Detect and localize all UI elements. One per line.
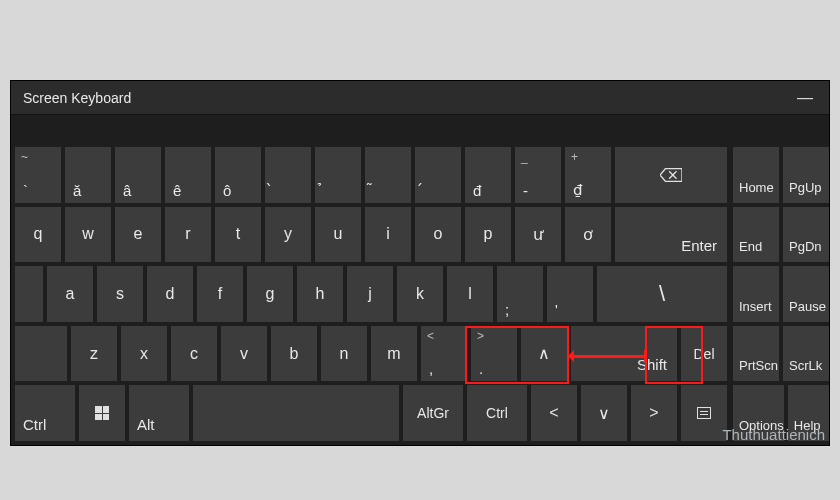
key-caps[interactable]	[15, 266, 43, 322]
key-right-arrow[interactable]: >	[631, 385, 677, 441]
key-altgr[interactable]: AltGr	[403, 385, 463, 441]
key-o-circ[interactable]: ô	[215, 147, 261, 203]
key-backslash[interactable]: \	[597, 266, 727, 322]
key-pause[interactable]: Pause	[783, 266, 829, 322]
key-quote[interactable]: '	[547, 266, 593, 322]
key-pgdn[interactable]: PgDn	[783, 207, 829, 263]
key-u-horn[interactable]: ư	[515, 207, 561, 263]
key-insert[interactable]: Insert	[733, 266, 779, 322]
key-b[interactable]: b	[271, 326, 317, 382]
key-v[interactable]: v	[221, 326, 267, 382]
key-left-arrow[interactable]: <	[531, 385, 577, 441]
osk-window: Screen Keyboard — ~` ă â ê ô ̀ ̉ ̃ ́ đ _…	[10, 80, 830, 446]
key-a-circ[interactable]: â	[115, 147, 161, 203]
key-c[interactable]: c	[171, 326, 217, 382]
key-d[interactable]: d	[147, 266, 193, 322]
key-enter[interactable]: Enter	[615, 207, 727, 263]
key-r[interactable]: r	[165, 207, 211, 263]
key-up-arrow[interactable]: ∧	[521, 326, 567, 382]
key-a-breve[interactable]: ă	[65, 147, 111, 203]
minimize-button[interactable]: —	[793, 86, 817, 110]
key-dstroke[interactable]: đ	[465, 147, 511, 203]
key-home[interactable]: Home	[733, 147, 779, 203]
key-scrlk[interactable]: ScrLk	[783, 326, 829, 382]
key-a[interactable]: a	[47, 266, 93, 322]
key-l[interactable]: l	[447, 266, 493, 322]
key-period[interactable]: >.	[471, 326, 517, 382]
key-alt[interactable]: Alt	[129, 385, 189, 441]
key-comma[interactable]: <,	[421, 326, 467, 382]
key-tilde[interactable]: ̃	[365, 147, 411, 203]
key-prtscn[interactable]: PrtScn	[733, 326, 779, 382]
key-win[interactable]	[79, 385, 125, 441]
key-i[interactable]: i	[365, 207, 411, 263]
key-w[interactable]: w	[65, 207, 111, 263]
nav-key-grid: HomePgUp EndPgDn InsertPause PrtScnScrLk…	[733, 147, 829, 441]
key-t[interactable]: t	[215, 207, 261, 263]
key-s[interactable]: s	[97, 266, 143, 322]
key-u[interactable]: u	[315, 207, 361, 263]
row-1: q w e r t y u i o p ư ơ Enter	[15, 207, 727, 263]
backspace-icon	[660, 168, 682, 182]
key-e-circ[interactable]: ê	[165, 147, 211, 203]
window-title: Screen Keyboard	[23, 90, 131, 106]
key-n[interactable]: n	[321, 326, 367, 382]
key-backtick[interactable]: ~`	[15, 147, 61, 203]
key-g[interactable]: g	[247, 266, 293, 322]
key-space[interactable]	[193, 385, 399, 441]
windows-icon	[95, 406, 109, 420]
key-semicolon[interactable]: ;	[497, 266, 543, 322]
key-q[interactable]: q	[15, 207, 61, 263]
key-h[interactable]: h	[297, 266, 343, 322]
key-minus[interactable]: _-	[515, 147, 561, 203]
key-pgup[interactable]: PgUp	[783, 147, 829, 203]
key-z[interactable]: z	[71, 326, 117, 382]
key-down-arrow[interactable]: ∨	[581, 385, 627, 441]
key-del[interactable]: Del	[681, 326, 727, 382]
key-e[interactable]: e	[115, 207, 161, 263]
key-hook[interactable]: ̉	[315, 147, 361, 203]
watermark: Thuthuattienich	[722, 426, 825, 443]
key-menu[interactable]	[681, 385, 727, 441]
keyboard-area: ~` ă â ê ô ̀ ̉ ̃ ́ đ _- +₫ q w e	[11, 141, 829, 445]
key-p[interactable]: p	[465, 207, 511, 263]
arrow-shift-to-brackets	[569, 355, 645, 358]
titlebar: Screen Keyboard —	[11, 81, 829, 115]
key-ctrl-right[interactable]: Ctrl	[467, 385, 527, 441]
main-key-grid: ~` ă â ê ô ̀ ̉ ̃ ́ đ _- +₫ q w e	[15, 147, 727, 441]
key-shift-right[interactable]: Shift	[571, 326, 677, 382]
menu-icon	[697, 407, 711, 419]
key-shift-left[interactable]	[15, 326, 67, 382]
key-m[interactable]: m	[371, 326, 417, 382]
row-2: a s d f g h j k l ; ' \	[15, 266, 727, 322]
key-k[interactable]: k	[397, 266, 443, 322]
key-y[interactable]: y	[265, 207, 311, 263]
key-dong[interactable]: +₫	[565, 147, 611, 203]
key-grave[interactable]: ̀	[265, 147, 311, 203]
key-acute[interactable]: ́	[415, 147, 461, 203]
row-0: ~` ă â ê ô ̀ ̉ ̃ ́ đ _- +₫	[15, 147, 727, 203]
key-f[interactable]: f	[197, 266, 243, 322]
key-o-horn[interactable]: ơ	[565, 207, 611, 263]
key-o[interactable]: o	[415, 207, 461, 263]
row-4: Ctrl Alt AltGr Ctrl < ∨ >	[15, 385, 727, 441]
key-backspace[interactable]	[615, 147, 727, 203]
row-3: z x c v b n m <, >. ∧ Shift Del	[15, 326, 727, 382]
key-j[interactable]: j	[347, 266, 393, 322]
key-end[interactable]: End	[733, 207, 779, 263]
key-x[interactable]: x	[121, 326, 167, 382]
key-ctrl-left[interactable]: Ctrl	[15, 385, 75, 441]
